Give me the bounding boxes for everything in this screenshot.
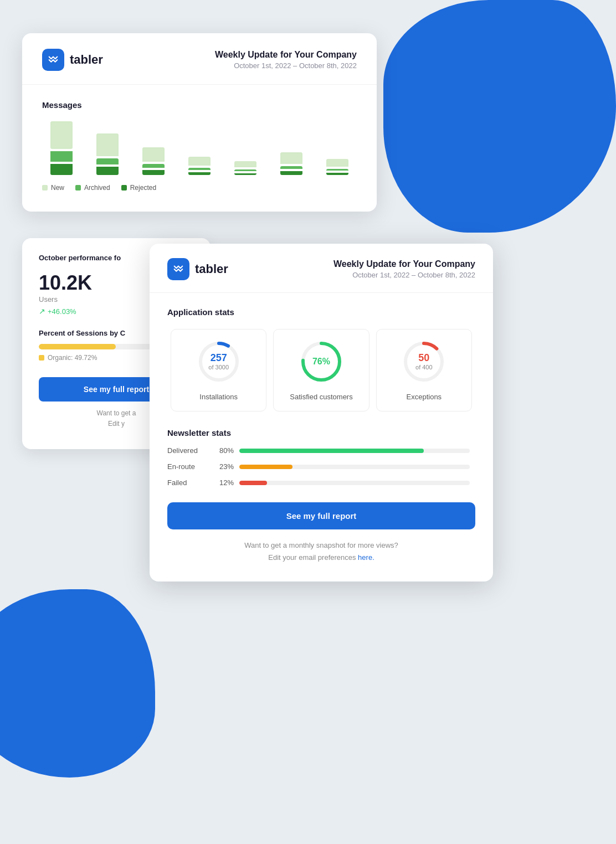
front-header-subtitle: October 1st, 2022 – October 8th, 2022 (333, 271, 475, 279)
exceptions-circle: 50 of 400 (402, 339, 446, 384)
installations-main-num: 257 (208, 353, 229, 363)
organic-label-text: Organic: 49.72% (48, 354, 97, 362)
legend-new-label: New (51, 184, 64, 192)
satisfied-label: Satisfied customers (290, 393, 352, 401)
nl-failed-bar (239, 481, 267, 485)
bar-group-2 (88, 133, 127, 175)
bar-stack-7 (317, 159, 357, 175)
legend-archived-label: Archived (84, 184, 110, 192)
see-report-button[interactable]: See my full report (167, 502, 475, 529)
exceptions-label: Exceptions (407, 393, 442, 401)
bar-rejected-5 (234, 173, 256, 175)
bar-rejected-3 (142, 170, 165, 175)
messages-header-title: Weekly Update for Your Company (215, 50, 357, 60)
newsletter-row-enroute: En-route 23% (167, 462, 475, 471)
decorative-blob-bottom (0, 589, 155, 778)
legend-archived: Archived (75, 184, 110, 192)
installations-sub-num: of 3000 (208, 364, 229, 370)
stat-exceptions: 50 of 400 Exceptions (376, 329, 472, 411)
logo-icon-back (42, 49, 64, 71)
nl-delivered-bar-wrap (239, 449, 470, 453)
installations-circle: 257 of 3000 (197, 339, 241, 384)
bar-group-7 (317, 159, 357, 175)
stats-row: 257 of 3000 Installations 76% (167, 329, 475, 411)
bar-archived-1 (50, 151, 73, 161)
bar-stack-4 (180, 157, 219, 175)
bar-group-4 (180, 157, 219, 175)
nl-delivered-bar (239, 449, 424, 453)
app-stats-card: tabler Weekly Update for Your Company Oc… (150, 244, 493, 581)
bar-new-5 (234, 161, 256, 167)
bar-new-1 (50, 121, 73, 149)
bar-new-2 (96, 133, 119, 156)
bar-stack-5 (225, 161, 265, 175)
messages-bar-chart (42, 120, 357, 175)
bar-archived-7 (326, 169, 348, 171)
logo-icon-front (167, 258, 189, 280)
bar-stack-3 (134, 147, 173, 175)
logo-area-front: tabler (167, 258, 228, 280)
nl-delivered-label: Delivered (167, 446, 212, 455)
organic-progress-fill (39, 344, 116, 349)
messages-card-header: tabler Weekly Update for Your Company Oc… (22, 33, 377, 85)
satisfied-circle-text: 76% (312, 357, 330, 366)
installations-label: Installations (199, 393, 238, 401)
stat-satisfied: 76% Satisfied customers (273, 329, 369, 411)
front-card-header: tabler Weekly Update for Your Company Oc… (150, 244, 493, 293)
nl-delivered-pct: 80% (212, 446, 234, 455)
satisfied-circle: 76% (299, 339, 343, 384)
bar-group-6 (271, 152, 311, 175)
messages-card-body: Messages (22, 85, 377, 212)
nl-enroute-pct: 23% (212, 462, 234, 471)
bar-new-3 (142, 147, 165, 162)
exceptions-circle-text: 50 of 400 (415, 353, 433, 370)
legend-new: New (42, 184, 64, 192)
bar-archived-4 (188, 168, 211, 170)
arrow-up-icon: ↗ (39, 307, 45, 316)
nl-failed-pct: 12% (212, 478, 234, 487)
change-text: +46.03% (48, 307, 76, 316)
front-header-title: Weekly Update for Your Company (333, 259, 475, 269)
email-preferences-link[interactable]: here. (358, 553, 374, 562)
nl-failed-bar-wrap (239, 481, 470, 485)
nl-enroute-bar-wrap (239, 465, 470, 469)
exceptions-main-num: 50 (415, 353, 433, 363)
newsletter-row-delivered: Delivered 80% (167, 446, 475, 455)
bar-archived-6 (280, 166, 302, 169)
bar-archived-3 (142, 164, 165, 168)
logo-text-front: tabler (195, 262, 228, 276)
installations-circle-text: 257 of 3000 (208, 353, 229, 370)
bar-rejected-2 (96, 167, 119, 175)
bar-rejected-7 (326, 173, 348, 175)
legend-dot-new (42, 185, 48, 191)
middle-bottom-line1: Want to get a (97, 409, 136, 417)
bar-archived-5 (234, 169, 256, 171)
bar-new-6 (280, 152, 302, 164)
middle-bottom-line2: Edit y (108, 420, 125, 428)
bar-new-7 (326, 159, 348, 167)
satisfied-main-num: 76% (312, 357, 330, 366)
bar-rejected-4 (188, 172, 211, 175)
bar-stack-2 (88, 133, 127, 175)
messages-header-subtitle: October 1st, 2022 – October 8th, 2022 (215, 61, 357, 70)
front-card-body: Application stats 257 of 3000 Installati… (150, 293, 493, 581)
legend-dot-rejected (121, 185, 127, 191)
bar-stack-6 (271, 152, 311, 175)
front-header-title-area: Weekly Update for Your Company October 1… (333, 259, 475, 279)
newsletter-row-failed: Failed 12% (167, 478, 475, 487)
bar-archived-2 (96, 158, 119, 164)
organic-dot (39, 355, 44, 361)
app-stats-section-title: Application stats (167, 307, 475, 317)
nl-enroute-bar (239, 465, 292, 469)
front-bottom-line2-prefix: Edit your email preferences (268, 553, 358, 562)
stat-installations: 257 of 3000 Installations (171, 329, 266, 411)
bar-stack-1 (42, 121, 81, 175)
bar-group-1 (42, 121, 81, 175)
logo-area-back: tabler (42, 49, 103, 71)
bar-group-3 (134, 147, 173, 175)
chart-legend: New Archived Rejected (42, 184, 357, 192)
newsletter-section-title: Newsletter stats (167, 428, 475, 438)
logo-text-back: tabler (70, 53, 103, 67)
bar-rejected-6 (280, 171, 302, 175)
decorative-blob-top (383, 0, 616, 233)
